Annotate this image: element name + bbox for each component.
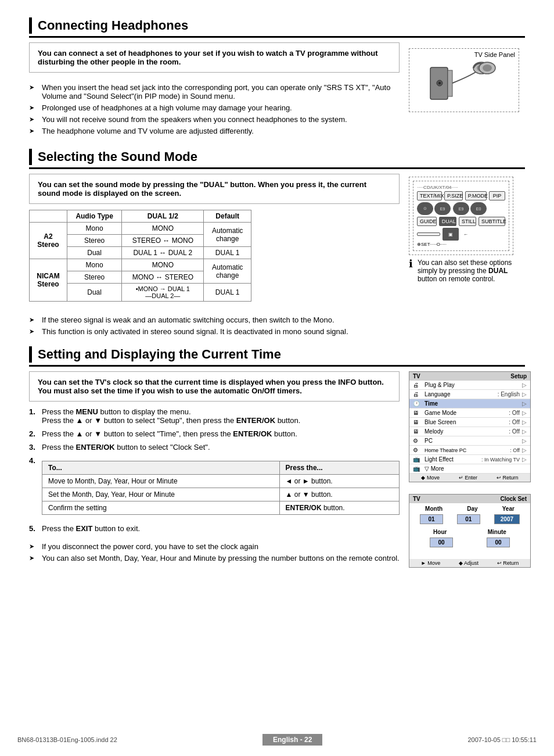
- pip-btn: PIP: [489, 191, 505, 200]
- tv-label: TV: [413, 373, 420, 379]
- table-cell: •MONO → DUAL 1—DUAL 2—: [122, 284, 204, 302]
- table-row: Move to Month, Day, Year, Hour or Minute…: [42, 475, 400, 488]
- tv-side-panel-diagram: TV Side Panel: [409, 48, 519, 112]
- step-4: 4. To... Press the...: [29, 456, 400, 519]
- col-header: [30, 210, 67, 223]
- footer-return: ↩ Return: [497, 475, 519, 481]
- setup-icon: 📺: [413, 456, 422, 463]
- group-cell: NICAMStereo: [30, 259, 67, 302]
- list-item: This function is only activated in stere…: [29, 327, 525, 336]
- setup-icon: 🖥: [413, 419, 422, 425]
- page-number-label: English - 22: [262, 734, 322, 746]
- clock-set-screen: TV Clock Set Month Day Year 01 01 2007: [409, 494, 531, 568]
- setup-icon: 📺: [413, 465, 422, 472]
- guide-btn: ⊙: [417, 202, 433, 215]
- svg-rect-1: [448, 70, 452, 96]
- step-3: 3. Press the ENTER/OK button to select "…: [29, 443, 400, 452]
- sound-mode-title-text: Selecting the Sound Mode: [38, 149, 197, 164]
- headphones-intro: You can connect a set of headphones to y…: [29, 42, 400, 73]
- setup-row-plugplay: 🖨 Plug & Play ▷: [409, 381, 530, 390]
- setup-row-more: 📺 ▽ More: [409, 464, 530, 474]
- sound-mode-diagram: ·····CD/UK/XT/04····· TEXT/MIX P.SIZE P.…: [409, 174, 525, 283]
- setup-icon: 🖨: [413, 382, 422, 388]
- table-cell: MONO: [122, 223, 204, 235]
- footer-move: ◆ Move: [421, 475, 440, 481]
- step4-table: To... Press the... Move to Month, Day, Y…: [42, 461, 400, 515]
- clock-time-values: 00 00: [409, 536, 530, 550]
- headphones-title-text: Connecting Headphones: [38, 18, 188, 33]
- table-cell: Dual: [67, 284, 122, 302]
- svg-point-7: [483, 65, 492, 71]
- col-header: DUAL 1/2: [122, 210, 204, 223]
- e9-btn: E9: [434, 202, 451, 215]
- setup-screen-header: TV Setup: [409, 372, 530, 381]
- col-header: Press the...: [279, 461, 399, 475]
- subtitle-btn: SUBTITLE: [479, 217, 505, 226]
- sound-mode-bullets: If the stereo signal is weak and an auto…: [29, 311, 525, 336]
- table-row: NICAMStereo Mono MONO Automaticchange: [30, 259, 251, 271]
- sound-mode-intro: You can set the sound mode by pressing t…: [29, 174, 400, 204]
- setup-screen: TV Setup 🖨 Plug & Play ▷ 🖨 Language : En…: [409, 371, 531, 482]
- footer-right: 2007-10-05 □□ 10:55:11: [468, 736, 537, 743]
- clock-content: You can set the TV's clock so that the c…: [29, 371, 400, 565]
- headphones-section: Connecting Headphones You can connect a …: [29, 17, 525, 138]
- table-cell: Confirm the setting: [42, 501, 280, 515]
- headphones-title: Connecting Headphones: [29, 17, 525, 38]
- setup-icon: 🖥: [413, 410, 422, 416]
- footer-adjust: ◆ Adjust: [459, 560, 479, 566]
- footer-return: ↩ Return: [497, 560, 519, 566]
- table-cell: Automaticchange: [204, 259, 251, 284]
- setup-icon: 🖥: [413, 428, 422, 435]
- table-cell: Dual: [67, 247, 122, 259]
- table-cell: MONO ↔ STEREO: [122, 271, 204, 284]
- month-val: 01: [420, 514, 443, 524]
- table-cell enter-ok: ENTER/OK button.: [279, 501, 399, 515]
- table-cell: DUAL 1 ↔ DUAL 2: [122, 247, 204, 259]
- setup-icon: ⚙: [413, 447, 422, 453]
- step-3-text: Press the ENTER/OK button to select "Clo…: [42, 443, 400, 452]
- table-cell: Mono: [67, 259, 122, 271]
- table-cell: ◄ or ► button.: [279, 475, 399, 488]
- clock-date-values: 01 01 2007: [409, 513, 530, 526]
- clock-title: Setting and Displaying the Current Time: [29, 346, 525, 367]
- day-val: 01: [457, 514, 480, 524]
- col-header: To...: [42, 461, 280, 475]
- footer-enter: ↵ Enter: [459, 475, 477, 481]
- dual-note: ℹ You can also set these options simply …: [409, 259, 525, 283]
- remote-diagram: ·····CD/UK/XT/04····· TEXT/MIX P.SIZE P.…: [409, 177, 513, 255]
- list-item: If you disconnect the power cord, you ha…: [29, 542, 400, 551]
- step-5: 5. Press the EXIT button to exit.: [29, 524, 400, 533]
- diagram-label: TV Side Panel: [474, 51, 515, 58]
- still-btn: STILL: [459, 217, 476, 226]
- setup-row-homepc: ⚙ Home Theatre PC : Off ▷: [409, 446, 530, 455]
- table-cell: Move to Month, Day, Year, Hour or Minute: [42, 475, 280, 488]
- psize-btn: P.SIZE: [444, 191, 463, 200]
- dual-btn: DUAL: [439, 217, 456, 226]
- headphone-svg: [429, 59, 499, 102]
- list-item: If the stereo signal is weak and an auto…: [29, 316, 525, 324]
- remote-row1: TEXT/MIX P.SIZE P.MODE PIP: [417, 191, 505, 200]
- setup-row-language: 🖨 Language : English ▷: [409, 390, 530, 399]
- page: Connecting Headphones You can connect a …: [0, 0, 554, 756]
- col-header: Default: [204, 210, 251, 223]
- step-1: 1. Press the MENU button to display the …: [29, 407, 400, 425]
- headphones-diagram: TV Side Panel: [409, 42, 525, 112]
- sound-mode-section: Selecting the Sound Mode You can set the…: [29, 149, 525, 336]
- clock-time-labels: Hour Minute: [409, 526, 530, 536]
- clock-screen-header: TV Clock Set: [409, 495, 530, 503]
- list-item: When you insert the head set jack into t…: [29, 83, 400, 101]
- table-cell: Automaticchange: [204, 223, 251, 247]
- list-item: You can also set Month, Day, Year, Hour …: [29, 554, 400, 562]
- clock-section: Setting and Displaying the Current Time …: [29, 346, 525, 568]
- headphones-bullets: When you insert the head set jack into t…: [29, 78, 400, 135]
- setup-row-melody: 🖥 Melody : Off ▷: [409, 427, 530, 436]
- e0-btn: E0: [470, 202, 487, 215]
- hour-val: 00: [430, 538, 453, 547]
- setup-row-gamemode: 🖥 Game Mode : Off ▷: [409, 409, 530, 418]
- table-cell: Set the Month, Day, Year, Hour or Minute: [42, 488, 280, 501]
- footer-move: ► Move: [421, 560, 440, 566]
- list-item: Prolonged use of headphones at a high vo…: [29, 103, 400, 112]
- clock-bullets: If you disconnect the power cord, you ha…: [29, 538, 400, 562]
- page-number: 22: [304, 736, 312, 744]
- table-cell: MONO: [122, 259, 204, 271]
